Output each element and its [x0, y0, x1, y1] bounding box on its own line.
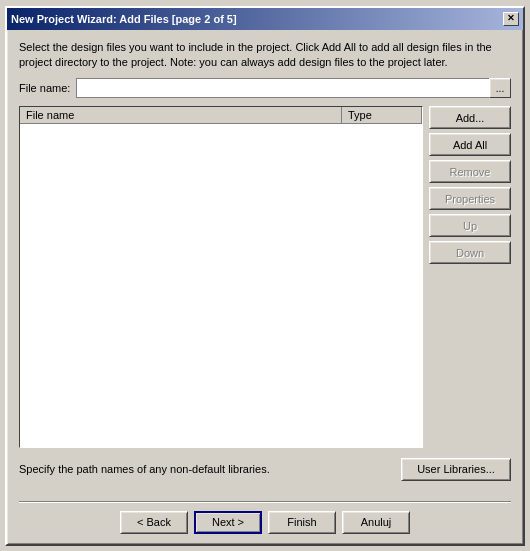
file-name-label: File name: [19, 82, 70, 94]
file-list-container: File name Type [19, 106, 423, 447]
file-name-input-group: ... [76, 78, 511, 98]
title-bar-buttons: ✕ [503, 12, 519, 26]
bottom-buttons: < Back Next > Finish Anuluj [19, 511, 511, 534]
separator [19, 501, 511, 503]
properties-button[interactable]: Properties [429, 187, 511, 210]
libraries-row: Specify the path names of any non-defaul… [19, 456, 511, 483]
user-libraries-button[interactable]: User Libraries... [401, 458, 511, 481]
close-button[interactable]: ✕ [503, 12, 519, 26]
title-bar: New Project Wizard: Add Files [page 2 of… [7, 8, 523, 30]
down-button[interactable]: Down [429, 241, 511, 264]
col-header-name: File name [20, 107, 342, 123]
next-button[interactable]: Next > [194, 511, 262, 534]
add-button[interactable]: Add... [429, 106, 511, 129]
wizard-window: New Project Wizard: Add Files [page 2 of… [5, 6, 525, 546]
file-name-row: File name: ... [19, 78, 511, 98]
col-header-type: Type [342, 107, 422, 123]
back-button[interactable]: < Back [120, 511, 188, 534]
window-content: Select the design files you want to incl… [7, 30, 523, 493]
right-buttons: Add... Add All Remove Properties Up Down [429, 106, 511, 447]
file-name-input[interactable] [76, 78, 489, 98]
cancel-button[interactable]: Anuluj [342, 511, 410, 534]
remove-button[interactable]: Remove [429, 160, 511, 183]
close-icon: ✕ [507, 14, 515, 23]
file-list-header: File name Type [20, 107, 422, 124]
libraries-text: Specify the path names of any non-defaul… [19, 463, 270, 475]
main-area: File name Type Add... Add All Remove Pro… [19, 106, 511, 447]
file-list-body[interactable] [20, 124, 422, 446]
window-title: New Project Wizard: Add Files [page 2 of… [11, 13, 237, 25]
browse-icon: ... [496, 83, 504, 94]
browse-button[interactable]: ... [489, 78, 511, 98]
up-button[interactable]: Up [429, 214, 511, 237]
add-all-button[interactable]: Add All [429, 133, 511, 156]
finish-button[interactable]: Finish [268, 511, 336, 534]
bottom-area: < Back Next > Finish Anuluj [7, 493, 523, 544]
description-text: Select the design files you want to incl… [19, 40, 511, 71]
